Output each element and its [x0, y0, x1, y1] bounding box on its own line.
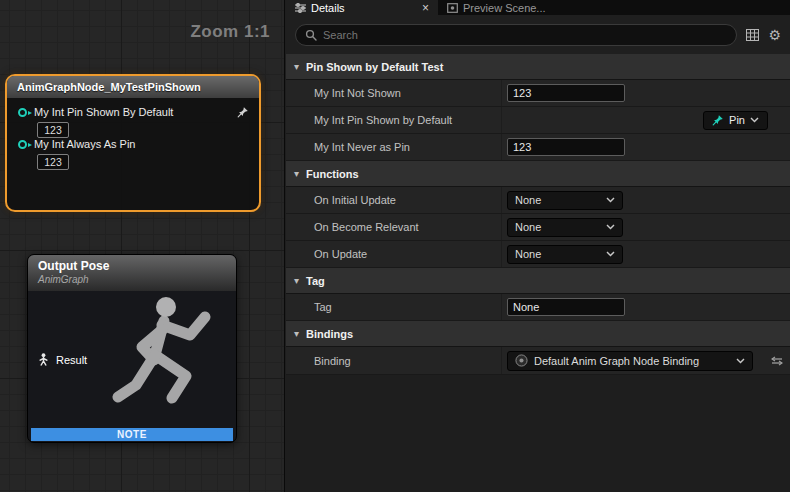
tab-label: Details — [311, 2, 345, 14]
search-row: ⚙ — [286, 15, 790, 54]
my-int-not-shown-input[interactable] — [507, 84, 625, 102]
category-bindings[interactable]: ▾ Bindings — [286, 321, 790, 347]
node-header: Output Pose AnimGraph — [28, 255, 236, 291]
output-pose-node[interactable]: Output Pose AnimGraph — [27, 254, 237, 443]
property-row-on-initial-update: On Initial Update None — [286, 187, 790, 214]
pin-default-value[interactable]: 123 — [37, 154, 69, 170]
property-row-on-update: On Update None — [286, 241, 790, 268]
chevron-down-icon — [606, 197, 615, 203]
chevron-down-icon — [750, 117, 759, 123]
on-initial-update-dropdown[interactable]: None — [507, 191, 623, 210]
tab-bar: Details × Preview Scene... — [286, 0, 790, 15]
property-row-binding: Binding Default Anim Graph Node Binding — [286, 347, 790, 375]
tag-input[interactable] — [507, 298, 625, 316]
search-box[interactable] — [295, 24, 737, 46]
node-subtitle: AnimGraph — [38, 274, 236, 285]
pose-pin-icon — [38, 353, 49, 366]
result-pin[interactable]: Result — [38, 353, 87, 366]
search-icon — [305, 29, 317, 41]
mannequin-preview-image — [108, 293, 228, 428]
int-pin-icon[interactable] — [18, 140, 27, 149]
preview-scene-tab-icon — [447, 3, 458, 13]
property-row-tag: Tag — [286, 294, 790, 321]
chevron-down-icon: ▾ — [294, 62, 299, 72]
close-icon[interactable]: × — [422, 2, 429, 14]
my-int-never-as-pin-input[interactable] — [507, 138, 625, 156]
tab-preview-scene[interactable]: Preview Scene... — [438, 0, 555, 15]
category-functions[interactable]: ▾ Functions — [286, 161, 790, 187]
unreal-editor: Zoom 1:1 AnimGraphNode_MyTestPinShown My… — [0, 0, 790, 492]
int-pin-icon[interactable] — [18, 108, 27, 117]
binding-class-icon — [515, 354, 528, 367]
on-become-relevant-dropdown[interactable]: None — [507, 218, 623, 237]
chevron-down-icon: ▾ — [294, 169, 299, 179]
details-empty-area — [286, 375, 790, 492]
note-badge[interactable]: NOTE — [31, 428, 233, 441]
details-tab-icon — [295, 3, 306, 13]
zoom-level-label: Zoom 1:1 — [190, 22, 270, 42]
chevron-down-icon: ▾ — [294, 329, 299, 339]
pin-label: My Int Always As Pin — [34, 138, 135, 150]
property-row-my-int-pin-shown-by-default: My Int Pin Shown by Default Pin — [286, 107, 790, 134]
tab-label: Preview Scene... — [463, 2, 546, 14]
tab-details[interactable]: Details × — [286, 0, 438, 15]
property-row-my-int-not-shown: My Int Not Shown — [286, 80, 790, 107]
pin-label: My Int Pin Shown By Default — [34, 106, 173, 118]
gear-icon[interactable]: ⚙ — [768, 28, 781, 42]
pin-default-value[interactable]: 123 — [37, 122, 69, 138]
display-filter-icon[interactable] — [746, 29, 759, 41]
pin-visibility-icon[interactable] — [237, 106, 249, 118]
on-update-dropdown[interactable]: None — [507, 245, 623, 264]
pin-mode-dropdown[interactable]: Pin — [703, 111, 768, 130]
result-pin-label: Result — [56, 354, 87, 366]
anim-graph-canvas[interactable]: Zoom 1:1 AnimGraphNode_MyTestPinShown My… — [0, 0, 285, 492]
category-pin-shown-by-default-test[interactable]: ▾ Pin Shown by Default Test — [286, 54, 790, 80]
property-row-on-become-relevant: On Become Relevant None — [286, 214, 790, 241]
binding-dropdown[interactable]: Default Anim Graph Node Binding — [507, 351, 753, 371]
binding-link-icon[interactable] — [771, 356, 783, 366]
node-title: AnimGraphNode_MyTestPinShown — [7, 76, 259, 98]
chevron-down-icon — [736, 358, 745, 364]
anim-graph-test-node[interactable]: AnimGraphNode_MyTestPinShown My Int Pin … — [5, 74, 261, 212]
search-input[interactable] — [323, 29, 727, 41]
details-panel: Details × Preview Scene... — [286, 0, 790, 492]
pin-icon — [712, 114, 724, 126]
node-title: Output Pose — [38, 259, 236, 273]
chevron-down-icon — [606, 251, 615, 257]
category-tag[interactable]: ▾ Tag — [286, 268, 790, 294]
chevron-down-icon — [606, 224, 615, 230]
property-row-my-int-never-as-pin: My Int Never as Pin — [286, 134, 790, 161]
chevron-down-icon: ▾ — [294, 276, 299, 286]
